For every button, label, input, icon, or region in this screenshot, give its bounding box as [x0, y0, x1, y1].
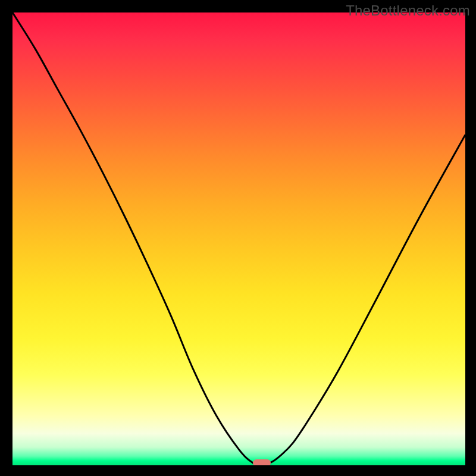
bottleneck-curve	[12, 12, 465, 465]
chart-frame: TheBottleneck.com	[0, 0, 476, 476]
minimum-marker	[253, 459, 271, 465]
curve-layer	[12, 12, 465, 465]
watermark-text: TheBottleneck.com	[346, 2, 470, 19]
plot-area	[12, 12, 465, 465]
